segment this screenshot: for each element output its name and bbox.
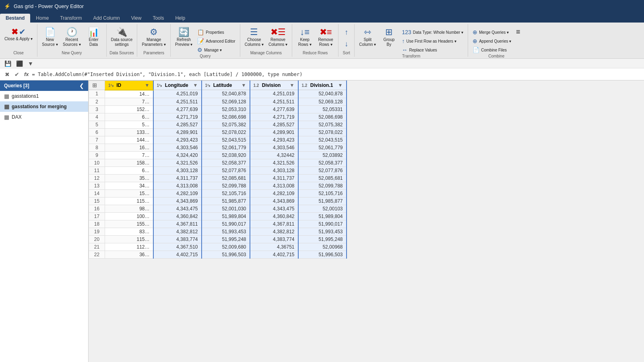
replace-values-icon: ↔ — [402, 47, 407, 53]
append-queries-button[interactable]: ⊕ Append Queries ▾ — [471, 37, 513, 45]
table-row: 15115…4,343,86951,985,8774,343,86951,985… — [89, 197, 347, 205]
close-apply-button[interactable]: ✖ ✔ Close & Apply ▾ — [2, 27, 35, 43]
tab-help[interactable]: Help — [169, 14, 191, 23]
manage-query-icon: ⚙ — [197, 47, 202, 53]
row-num-header: ⊞ — [89, 81, 105, 90]
tab-transform[interactable]: Transform — [54, 14, 87, 23]
manage-query-label: Manage ▾ — [204, 48, 222, 52]
ribbon-group-combine: ⊕ Merge Queries ▾ ⊕ Append Queries ▾ 📄 C… — [468, 24, 524, 57]
data-source-settings-button[interactable]: 🔌 Data sourcesettings — [109, 27, 135, 48]
keep-rows-button[interactable]: ↓≡ KeepRows ▾ — [295, 27, 315, 48]
advanced-editor-button[interactable]: 📝 Advanced Editor — [195, 37, 237, 45]
col-type-division1: 1.2 — [302, 83, 308, 88]
remove-columns-button[interactable]: ✖☰ RemoveColumns ▾ — [266, 27, 289, 48]
recent-sources-icon: 🕐 — [66, 28, 77, 37]
sidebar-item-dax[interactable]: ▦ DAX — [0, 112, 88, 122]
cell-id: 100… — [105, 212, 153, 220]
sidebar-collapse-button[interactable]: ❮ — [79, 82, 84, 89]
first-row-headers-button[interactable]: ↑ Use First Row as Headers ▾ — [400, 37, 465, 45]
col-header-longitude[interactable]: 1²₃ Longitude ▼ — [153, 81, 202, 90]
cell-latitude: 52,009,680 — [202, 243, 250, 251]
formula-confirm-button[interactable]: ✔ — [13, 70, 21, 78]
split-column-button[interactable]: ⇿ SplitColumn ▾ — [357, 27, 378, 48]
cell-longitude: 4,251,019 — [153, 90, 202, 98]
cell-longitude: 4,402,715 — [153, 251, 202, 258]
cell-latitude: 52,058,377 — [202, 159, 250, 167]
col-header-division1[interactable]: 1.2 Division.1 ▼ — [298, 81, 347, 90]
save-button[interactable]: 💾 — [3, 60, 12, 68]
cell-division: 4,343,869 — [250, 197, 298, 205]
col-label-id: ID — [116, 82, 121, 88]
tab-add-column[interactable]: Add Column — [88, 14, 126, 23]
col-header-id[interactable]: 1²₃ ID ▼ — [105, 81, 153, 90]
cell-longitude: 4,277,639 — [153, 105, 202, 113]
choose-columns-button[interactable]: ☰ ChooseColumns ▾ — [243, 27, 266, 48]
enter-data-button[interactable]: 📊 EnterData — [84, 27, 104, 48]
choose-columns-icon: ☰ — [250, 28, 258, 37]
table-row: 116…4,303,12852,077,8764,303,12852,077,8… — [89, 167, 347, 174]
sort-asc-button[interactable]: ↑ — [342, 27, 351, 38]
cell-division1: 52,085,681 — [298, 174, 347, 182]
tab-view[interactable]: View — [126, 14, 147, 23]
col-dropdown-id[interactable]: ▼ — [145, 82, 150, 88]
row-num-cell: 22 — [89, 251, 105, 258]
close-apply-icon: ✖ ✔ — [11, 28, 26, 36]
tab-bestand[interactable]: Bestand — [0, 14, 30, 23]
new-source-button[interactable]: 📄 NewSource ▾ — [40, 27, 60, 48]
sidebar-item-dax-icon: ▦ — [4, 114, 9, 120]
ribbon: ✖ ✔ Close & Apply ▾ Close 📄 NewSource ▾ … — [0, 23, 644, 59]
sort-asc-icon: ↑ — [345, 28, 348, 37]
sidebar-header: Queries [3] ❮ — [0, 80, 88, 91]
manage-parameters-icon: ⚙ — [150, 28, 158, 37]
cell-division1: 51,990,017 — [298, 220, 347, 228]
sort-desc-button[interactable]: ↓ — [342, 38, 351, 50]
col-dropdown-division[interactable]: ▼ — [290, 82, 295, 88]
col-dropdown-division1[interactable]: ▼ — [338, 82, 343, 88]
cell-division1: 52,099,788 — [298, 182, 347, 189]
formula-bar: ✖ ✔ fx — [0, 68, 644, 80]
table-grid-icon[interactable]: ⊞ — [92, 82, 97, 88]
tab-home[interactable]: Home — [30, 14, 54, 23]
replace-values-button[interactable]: ↔ Replace Values — [400, 46, 465, 54]
cell-division: 4,311,737 — [250, 174, 298, 182]
data-type-button[interactable]: 123 Data Type: Whole Number ▾ — [400, 28, 465, 36]
formula-input[interactable] — [32, 72, 641, 77]
cell-latitude: 52,040,878 — [202, 90, 250, 98]
col-type-division: 1.2 — [254, 83, 259, 88]
cell-longitude: 4,285,527 — [153, 121, 202, 128]
table-row: 816…4,303,54652,061,7794,303,54652,061,7… — [89, 144, 347, 151]
recent-sources-button[interactable]: 🕐 RecentSources ▾ — [61, 27, 83, 48]
combine-files-button[interactable]: 📄 Combine Files — [471, 46, 513, 54]
ribbon-group-parameters-label: Parameters — [143, 51, 164, 56]
cell-division: 4,293,423 — [250, 136, 298, 144]
cell-latitude: 52,077,876 — [202, 167, 250, 174]
cell-latitude: 51,995,248 — [202, 235, 250, 243]
table-icon-btn[interactable]: ⬛ — [15, 60, 24, 68]
remove-rows-button[interactable]: ✖≡ RemoveRows ▾ — [316, 27, 336, 48]
table-container[interactable]: ⊞ 1²₃ ID ▼ 1²₃ Longitude ▼ — [89, 80, 644, 362]
col-dropdown-latitude[interactable]: ▼ — [242, 82, 246, 88]
col-header-division[interactable]: 1.2 Division ▼ — [250, 81, 298, 90]
cell-id: 34… — [105, 182, 153, 189]
more-button[interactable]: ≡ — [514, 27, 522, 38]
merge-queries-button[interactable]: ⊕ Merge Queries ▾ — [471, 28, 513, 36]
append-queries-label: Append Queries ▾ — [479, 39, 511, 43]
manage-query-button[interactable]: ⚙ Manage ▾ — [195, 46, 237, 54]
sidebar-item-gasstations-merging[interactable]: ▦ gasstations for merging — [0, 101, 88, 112]
col-dropdown-longitude[interactable]: ▼ — [193, 82, 198, 88]
refresh-preview-label: RefreshPreview ▾ — [175, 37, 192, 47]
col-header-latitude[interactable]: 1²₃ Latitude ▼ — [202, 81, 250, 90]
properties-button[interactable]: 📋 Properties — [195, 28, 237, 36]
tab-tools[interactable]: Tools — [147, 14, 169, 23]
col-type-longitude: 1²₃ — [157, 83, 162, 88]
cell-id: 5… — [105, 121, 153, 128]
ribbon-group-data-sources-label: Data Sources — [109, 51, 134, 56]
qa-dropdown-button[interactable]: ▼ — [27, 60, 35, 68]
refresh-preview-button[interactable]: 🔄 RefreshPreview ▾ — [173, 27, 194, 48]
group-by-button[interactable]: ⊞ GroupBy — [379, 27, 399, 48]
sidebar-item-gasstations1[interactable]: ▦ gasstations1 — [0, 91, 88, 101]
manage-parameters-button[interactable]: ⚙ ManageParameters ▾ — [140, 27, 167, 48]
ribbon-group-new-query: 📄 NewSource ▾ 🕐 RecentSources ▾ 📊 EnterD… — [37, 24, 106, 57]
cell-latitude: 51,989,804 — [202, 212, 250, 220]
formula-cancel-button[interactable]: ✖ — [3, 70, 11, 78]
